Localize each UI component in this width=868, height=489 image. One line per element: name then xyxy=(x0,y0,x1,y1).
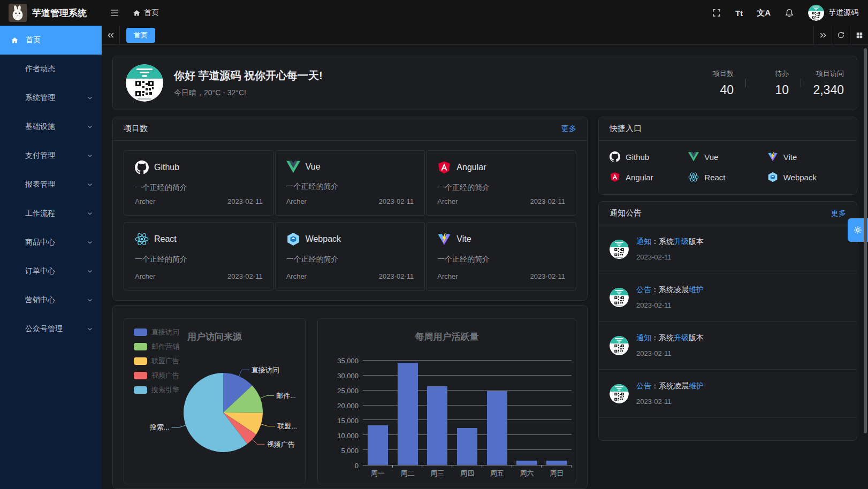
angular-icon xyxy=(437,161,451,174)
notice-item[interactable]: 公告：系统凌晨维护 2023-02-11 xyxy=(599,370,857,418)
shortcut-webpack[interactable]: Webpack xyxy=(767,169,846,186)
welcome-greeting: 你好 芋道源码 祝你开心每一天! xyxy=(174,68,323,83)
sidebar-item-marketing[interactable]: 营销中心 xyxy=(0,286,102,315)
pie-slice-label: 联盟... xyxy=(277,422,297,430)
sidebar-item-report[interactable]: 报表管理 xyxy=(0,170,102,199)
shortcut-github[interactable]: Github xyxy=(610,148,688,165)
notice-item[interactable]: 通知：系统升级版本 2023-02-11 xyxy=(599,322,857,370)
project-date: 2023-02-11 xyxy=(379,272,414,280)
project-card-vite[interactable]: Vite 一个正经的简介 Archer2023-02-11 xyxy=(426,222,576,291)
projects-more-link[interactable]: 更多 xyxy=(561,124,576,134)
sidebar-item-system[interactable]: 系统管理 xyxy=(0,83,102,112)
user-qr-avatar xyxy=(126,64,163,102)
chevron-down-icon xyxy=(87,95,93,101)
stat-label: 项目数 xyxy=(703,69,734,79)
chevron-down-icon xyxy=(87,181,93,188)
pie-label-leader-line xyxy=(261,424,275,426)
page-scrollbar[interactable] xyxy=(864,48,867,433)
bar xyxy=(546,461,567,465)
refresh-icon[interactable] xyxy=(832,26,850,44)
sidebar-item-label: 首页 xyxy=(26,35,41,45)
x-axis-category-label: 周二 xyxy=(393,469,423,480)
notice-text: ：系统 xyxy=(651,333,674,342)
notice-item[interactable]: 通知：系统升级版本 2023-02-11 xyxy=(599,225,857,273)
pie-label-leader-line xyxy=(252,439,264,445)
sidebar-item-label: 支付管理 xyxy=(25,151,55,161)
tabs-scroll-right-icon[interactable] xyxy=(813,26,832,44)
pie-chart-card: 直接访问 邮件营销 联盟广告 视频广告 搜索引擎 用户访问来源 直接访问邮件..… xyxy=(124,318,306,484)
tab-options-grid-icon[interactable] xyxy=(850,26,868,44)
project-card-react[interactable]: React 一个正经的简介 Archer2023-02-11 xyxy=(124,222,274,291)
vue-icon xyxy=(286,161,300,173)
legend-item[interactable]: 视频广告 xyxy=(134,371,179,380)
project-card-github[interactable]: Github 一个正经的简介 Archer2023-02-11 xyxy=(124,150,274,216)
github-icon xyxy=(135,161,149,174)
notice-item[interactable]: 公告：系统凌晨维护 2023-02-11 xyxy=(599,273,857,322)
bar-slot xyxy=(482,361,512,465)
y-axis-tick-label: 5,000 xyxy=(318,447,359,455)
chevron-down-icon xyxy=(87,326,93,332)
sidebar-fold-icon[interactable] xyxy=(109,7,120,18)
legend-label: 联盟广告 xyxy=(151,356,179,366)
bar-plot xyxy=(363,361,572,465)
shortcuts-panel-title: 快捷入口 xyxy=(610,124,642,134)
project-date: 2023-02-11 xyxy=(530,197,565,205)
project-card-webpack[interactable]: Webpack 一个正经的简介 Archer2023-02-11 xyxy=(275,222,425,291)
sidebar-item-label: 营销中心 xyxy=(25,295,55,305)
pie-slice-label: 直接访问 xyxy=(252,366,279,374)
sidebar: 首页 作者动态 系统管理 基础设施 支付管理 报表管理 工作流程 商品中心 订单… xyxy=(0,26,102,489)
legend-item[interactable]: 搜索引擎 xyxy=(134,385,179,395)
notices-panel-header: 通知公告 更多 xyxy=(599,202,857,225)
app-logo-area[interactable]: 芋道管理系统 xyxy=(0,4,102,22)
project-card-vue[interactable]: Vue 一个正经的简介 Archer2023-02-11 xyxy=(275,150,425,216)
tab-home[interactable]: 首页 xyxy=(126,28,155,43)
bar xyxy=(368,425,388,465)
shortcut-vite[interactable]: Vite xyxy=(767,148,846,165)
webpack-icon xyxy=(286,232,300,246)
user-menu[interactable]: 芋道源码 xyxy=(808,5,858,21)
webpack-icon xyxy=(767,172,778,182)
sidebar-item-order[interactable]: 订单中心 xyxy=(0,257,102,286)
breadcrumb[interactable]: 首页 xyxy=(133,8,159,18)
legend-item[interactable]: 直接访问 xyxy=(134,327,179,337)
stat-value: 2,340 xyxy=(813,83,844,97)
sidebar-item-product[interactable]: 商品中心 xyxy=(0,228,102,257)
project-author: Archer xyxy=(286,197,307,205)
language-icon[interactable]: 文A xyxy=(757,8,771,18)
bar xyxy=(398,363,418,465)
sidebar-item-home[interactable]: 首页 xyxy=(0,26,102,55)
sidebar-item-infra[interactable]: 基础设施 xyxy=(0,112,102,141)
font-size-icon[interactable]: Tt xyxy=(735,9,743,18)
legend-swatch xyxy=(134,357,147,365)
sidebar-item-label: 工作流程 xyxy=(25,209,55,218)
main-content: 你好 芋道源码 祝你开心每一天! 今日晴，20°C - 32°C! 项目数 40… xyxy=(102,45,868,489)
bar-slot xyxy=(393,361,423,465)
sidebar-item-official-account[interactable]: 公众号管理 xyxy=(0,315,102,343)
react-icon xyxy=(688,172,699,182)
legend-swatch xyxy=(134,328,147,336)
notice-title: 公告：系统凌晨维护 xyxy=(636,285,704,295)
shortcut-angular[interactable]: Angular xyxy=(610,169,688,186)
notice-text: ：系统凌晨 xyxy=(651,381,689,390)
bar-slot xyxy=(422,361,452,465)
notice-qr-avatar xyxy=(610,336,629,355)
shortcut-vue[interactable]: Vue xyxy=(688,148,767,165)
sidebar-item-label: 商品中心 xyxy=(25,238,55,247)
shortcut-label: Github xyxy=(626,152,649,162)
shortcut-react[interactable]: React xyxy=(688,169,767,186)
shortcut-label: Vue xyxy=(704,152,718,162)
legend-item[interactable]: 联盟广告 xyxy=(134,356,179,366)
fullscreen-icon[interactable] xyxy=(712,8,721,18)
project-date: 2023-02-11 xyxy=(379,197,414,205)
sidebar-item-payment[interactable]: 支付管理 xyxy=(0,141,102,170)
notices-more-link[interactable]: 更多 xyxy=(831,209,846,218)
stat-label: 待办 xyxy=(758,69,789,79)
project-card-angular[interactable]: Angular 一个正经的简介 Archer2023-02-11 xyxy=(426,150,576,216)
home-icon xyxy=(11,36,19,44)
tabs-scroll-left-icon[interactable] xyxy=(102,26,120,44)
sidebar-item-workflow[interactable]: 工作流程 xyxy=(0,199,102,228)
sidebar-item-author-news[interactable]: 作者动态 xyxy=(0,55,102,83)
welcome-card: 你好 芋道源码 祝你开心每一天! 今日晴，20°C - 32°C! 项目数 40… xyxy=(112,56,857,110)
legend-item[interactable]: 邮件营销 xyxy=(134,342,179,352)
notification-bell-icon[interactable] xyxy=(785,8,794,18)
